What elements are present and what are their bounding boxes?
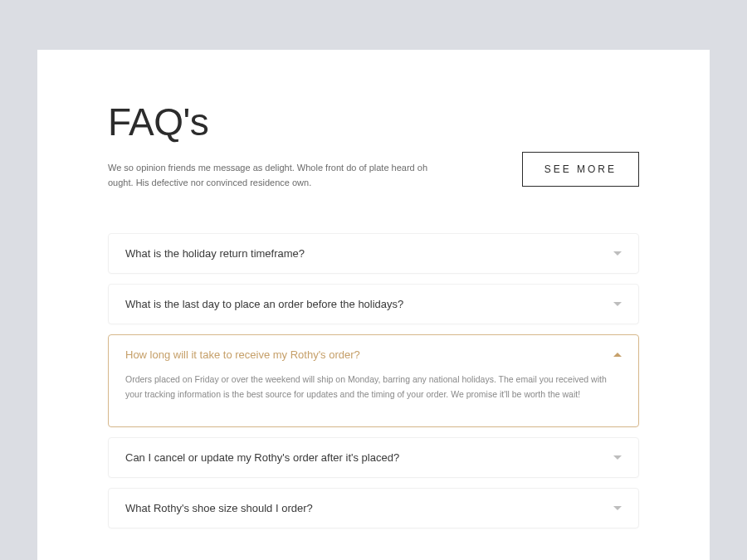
chevron-down-icon — [613, 302, 622, 306]
chevron-down-icon — [613, 506, 622, 510]
faq-card: FAQ's We so opinion friends me message a… — [37, 50, 710, 560]
chevron-up-icon — [613, 353, 622, 357]
faq-item: What is the last day to place an order b… — [108, 284, 639, 324]
header-left: FAQ's We so opinion friends me message a… — [108, 100, 442, 190]
faq-item-expanded: How long will it take to receive my Roth… — [108, 334, 639, 427]
faq-question: What Rothy's shoe size should I order? — [125, 502, 313, 514]
faq-item-header[interactable]: What is the last day to place an order b… — [125, 298, 622, 310]
faq-item-header[interactable]: What is the holiday return timeframe? — [125, 247, 622, 260]
faq-question: What is the last day to place an order b… — [125, 298, 403, 310]
faq-item: What is the holiday return timeframe? — [108, 233, 639, 274]
faq-answer: Orders placed on Friday or over the week… — [125, 373, 622, 402]
faq-accordion: What is the holiday return timeframe? Wh… — [108, 233, 639, 528]
faq-question: Can I cancel or update my Rothy's order … — [125, 451, 399, 464]
faq-item: What Rothy's shoe size should I order? — [108, 488, 639, 528]
see-more-button[interactable]: SEE MORE — [522, 152, 639, 187]
chevron-down-icon — [613, 455, 622, 460]
page-title: FAQ's — [108, 100, 442, 144]
faq-question: What is the holiday return timeframe? — [125, 247, 305, 260]
header-row: FAQ's We so opinion friends me message a… — [108, 100, 639, 190]
faq-item-header[interactable]: Can I cancel or update my Rothy's order … — [125, 451, 622, 464]
faq-item: Can I cancel or update my Rothy's order … — [108, 437, 639, 478]
faq-item-header[interactable]: How long will it take to receive my Roth… — [125, 348, 622, 361]
faq-question: How long will it take to receive my Roth… — [125, 348, 360, 361]
chevron-down-icon — [613, 251, 622, 256]
page-subtitle: We so opinion friends me message as deli… — [108, 161, 442, 190]
faq-item-header[interactable]: What Rothy's shoe size should I order? — [125, 502, 622, 514]
